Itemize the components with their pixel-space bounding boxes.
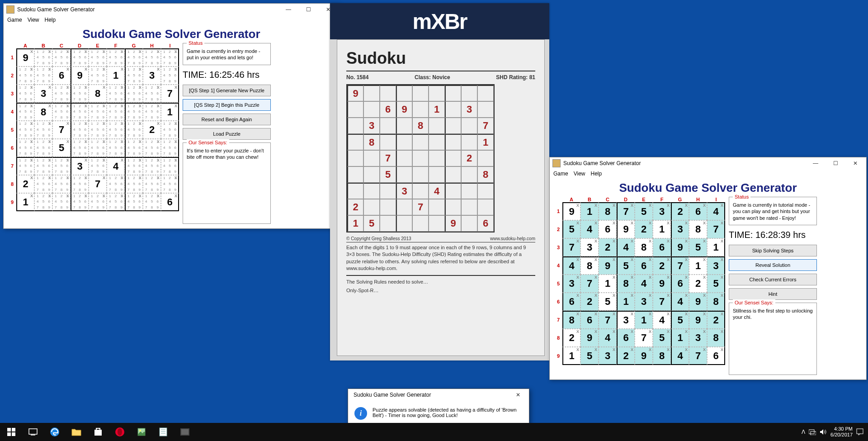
sudoku-cell[interactable]: X123456789 [107,193,125,211]
sudoku-cell[interactable]: X123456789 [107,103,125,121]
sudoku-cell[interactable]: 3X [635,293,653,311]
sudoku-cell[interactable]: X123456789 [125,66,143,85]
sudoku-cell[interactable]: 1X [562,347,580,365]
sudoku-cell[interactable]: X123456789 [143,48,161,66]
cell-clear-icon[interactable]: X [649,275,651,280]
cell-clear-icon[interactable]: X [576,239,579,243]
cell-clear-icon[interactable]: X [576,203,579,208]
sudoku-cell[interactable]: 8X [599,202,617,220]
menu-view[interactable]: View [28,17,39,23]
cell-clear-icon[interactable]: X [594,312,597,316]
sudoku-cell[interactable]: 6X [689,202,707,220]
cell-clear-icon[interactable]: X [685,239,688,243]
sudoku-cell[interactable]: 6X [580,311,599,329]
sudoku-cell[interactable]: X123456789 [161,139,179,157]
cell-clear-icon[interactable]: X [631,347,633,352]
sudoku-cell[interactable]: 1X [635,311,653,329]
sudoku-cell[interactable]: 7X [599,311,617,329]
sudoku-cell[interactable]: 9X [653,275,671,293]
sudoku-cell[interactable]: X123456789 [16,103,34,121]
cell-clear-icon[interactable]: X [667,312,670,316]
sudoku-cell[interactable]: 7X [562,238,580,256]
cell-clear-icon[interactable]: X [66,67,69,71]
cell-clear-icon[interactable]: X [631,329,633,334]
sudoku-cell[interactable]: X123456789 [125,121,143,139]
cell-clear-icon[interactable]: X [30,49,33,54]
sudoku-cell[interactable]: 3X [599,347,617,365]
cell-clear-icon[interactable]: X [175,104,177,108]
cell-clear-icon[interactable]: X [703,221,706,225]
sudoku-cell[interactable]: 7X [161,85,179,103]
reset-button[interactable]: Reset and Begin Again [183,114,271,125]
cell-clear-icon[interactable]: X [721,221,723,225]
load-puzzle-button[interactable]: Load Puzzle [183,128,271,140]
sudoku-cell[interactable]: X123456789 [125,103,143,121]
sudoku-cell[interactable]: 1X [653,220,671,238]
sudoku-cell[interactable]: X123456789 [143,139,161,157]
sudoku-cell[interactable]: 9X [689,311,707,329]
sudoku-cell[interactable]: 6X [707,347,725,365]
cell-clear-icon[interactable]: X [576,221,579,225]
cell-clear-icon[interactable]: X [703,239,706,243]
sudoku-cell[interactable]: 7X [89,175,107,193]
cell-clear-icon[interactable]: X [85,158,87,162]
sudoku-cell[interactable]: 8X [653,347,671,365]
sudoku-cell[interactable]: 1X [671,329,689,347]
action-center-icon[interactable] [856,428,863,436]
sudoku-cell[interactable]: X123456789 [71,103,89,121]
sudoku-cell[interactable]: X123456789 [143,175,161,193]
sudoku-cell[interactable]: 9X [16,48,34,66]
sudoku-cell[interactable]: 5X [671,311,689,329]
sudoku-cell[interactable]: 7X [580,275,599,293]
cell-clear-icon[interactable]: X [703,275,706,280]
sudoku-cell[interactable]: X123456789 [161,48,179,66]
sudoku-cell[interactable]: 4X [599,329,617,347]
sudoku-cell[interactable]: 5X [52,139,71,157]
sudoku-cell[interactable]: 3X [671,220,689,238]
cell-clear-icon[interactable]: X [685,203,688,208]
cell-clear-icon[interactable]: X [594,221,597,225]
sudoku-cell[interactable]: 9X [599,256,617,275]
cell-clear-icon[interactable]: X [721,293,723,298]
cell-clear-icon[interactable]: X [594,347,597,352]
cell-clear-icon[interactable]: X [649,347,651,352]
sudoku-cell[interactable]: X123456789 [71,85,89,103]
sudoku-cell[interactable]: X123456789 [89,139,107,157]
cell-clear-icon[interactable]: X [594,203,597,208]
sudoku-cell[interactable]: X123456789 [89,193,107,211]
sudoku-cell[interactable]: 2X [617,347,635,365]
sudoku-cell[interactable]: 6X [161,193,179,211]
sudoku-cell[interactable]: X123456789 [71,48,89,66]
begin-puzzle-button[interactable]: [QS Step 2] Begin this Puzzle [183,99,271,111]
cell-clear-icon[interactable]: X [649,329,651,334]
sudoku-cell[interactable]: X123456789 [161,157,179,175]
sudoku-cell[interactable]: 8X [562,311,580,329]
sudoku-cell[interactable]: 6X [52,66,71,85]
sudoku-cell[interactable]: 8X [34,103,52,121]
cell-clear-icon[interactable]: X [685,275,688,280]
sudoku-cell[interactable]: X123456789 [89,48,107,66]
sudoku-cell[interactable]: 3X [34,85,52,103]
cell-clear-icon[interactable]: X [631,275,633,280]
cell-clear-icon[interactable]: X [703,293,706,298]
sudoku-cell[interactable]: 3X [689,329,707,347]
sudoku-cell[interactable]: 7X [635,329,653,347]
sudoku-cell[interactable]: 7X [617,202,635,220]
sudoku-cell[interactable]: 9X [562,202,580,220]
dialog-titlebar[interactable]: Sudoku Game Solver Generator ✕ [348,389,529,401]
cell-clear-icon[interactable]: X [613,312,615,316]
cell-clear-icon[interactable]: X [667,293,670,298]
sudoku-cell[interactable]: 6X [653,238,671,256]
cell-clear-icon[interactable]: X [103,85,105,90]
maximize-button[interactable]: ☐ [826,157,845,169]
sudoku-cell[interactable]: 4X [653,311,671,329]
sudoku-cell[interactable]: 2X [653,256,671,275]
cell-clear-icon[interactable]: X [157,67,160,71]
sudoku-cell[interactable]: X123456789 [16,157,34,175]
cell-clear-icon[interactable]: X [631,257,633,262]
tray-network-icon[interactable] [809,429,816,435]
sudoku-cell[interactable]: 5X [653,329,671,347]
sudoku-cell[interactable]: 2X [689,275,707,293]
sudoku-cell[interactable]: 5X [580,347,599,365]
sudoku-cell[interactable]: 4X [707,202,725,220]
